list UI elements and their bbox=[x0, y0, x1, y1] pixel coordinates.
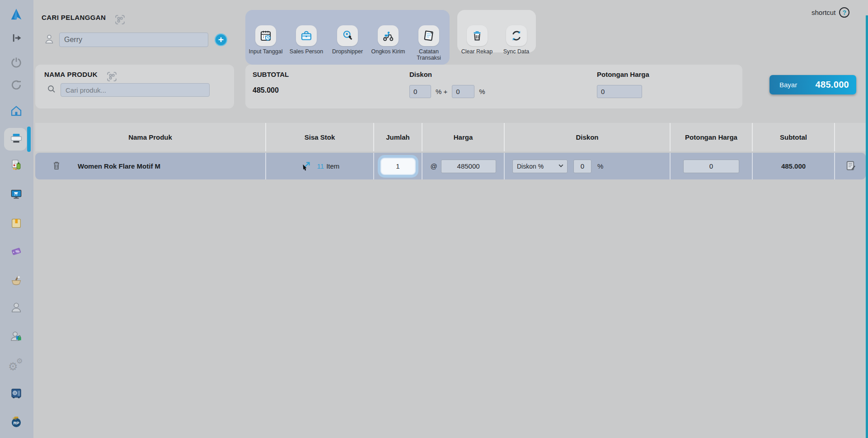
toolbar-group-transaction: Input Tanggal Sales Person Dropshipper O… bbox=[245, 10, 450, 65]
header-sisa-stok: Sisa Stok bbox=[266, 123, 374, 151]
stock-quantity-link[interactable]: 11 bbox=[317, 162, 324, 170]
product-name: Women Rok Flare Motif M bbox=[78, 162, 160, 170]
cell-subtotal: 485.000 bbox=[753, 153, 835, 179]
right-edge-accent bbox=[866, 15, 868, 438]
trash-icon bbox=[467, 25, 488, 46]
price-at-label: @ bbox=[430, 162, 437, 170]
pay-button[interactable]: Bayar 485.000 bbox=[769, 75, 856, 94]
sync-icon bbox=[506, 25, 527, 46]
row-note-icon[interactable] bbox=[845, 160, 857, 173]
delete-row-trash-icon[interactable] bbox=[51, 159, 62, 173]
cash-rp-icon: RPRp bbox=[9, 415, 23, 430]
sidebar-item-suppliers[interactable] bbox=[6, 327, 27, 348]
header-actions bbox=[835, 123, 866, 151]
customer-search-input[interactable] bbox=[59, 33, 208, 47]
briefcase-icon bbox=[296, 25, 317, 46]
sidebar-item-online-store[interactable] bbox=[6, 185, 27, 206]
delivery-scooter-icon bbox=[378, 25, 399, 46]
subtotal-value: 485.000 bbox=[253, 86, 279, 94]
cart-table-row: Women Rok Flare Motif M 11 Item @ Diskon… bbox=[35, 153, 866, 179]
pay-button-amount: 485.000 bbox=[816, 80, 849, 90]
input-tanggal-button[interactable]: Input Tanggal bbox=[245, 25, 286, 55]
scan-icon[interactable] bbox=[114, 14, 126, 28]
discount-suffix-label: % bbox=[479, 88, 485, 95]
cell-nama-produk: Women Rok Flare Motif M bbox=[35, 153, 266, 179]
sidebar-item-settings[interactable]: ⚙⚙ bbox=[6, 355, 27, 376]
cell-sisa-stok: 11 Item bbox=[266, 153, 374, 179]
summary-bar: SUBTOTAL 485.000 Diskon % + % Potongan H… bbox=[245, 65, 742, 108]
row-deduction-input[interactable] bbox=[683, 160, 739, 173]
subtotal-label: SUBTOTAL bbox=[253, 71, 289, 78]
deduction-input[interactable] bbox=[597, 85, 642, 98]
header-nama-produk: Nama Produk bbox=[35, 123, 266, 151]
sidebar-item-discount[interactable]: % bbox=[6, 242, 27, 263]
header-diskon: Diskon bbox=[505, 123, 671, 151]
toolbar-group-data: Clear Rekap Sync Data bbox=[457, 10, 536, 52]
sidebar-item-compound[interactable] bbox=[6, 271, 27, 292]
pay-button-label: Bayar bbox=[779, 81, 797, 89]
refresh-icon bbox=[10, 79, 23, 93]
sidebar-item-vault[interactable] bbox=[6, 384, 27, 405]
search-icon bbox=[46, 84, 57, 96]
sidebar-item-products[interactable] bbox=[6, 155, 27, 176]
add-customer-button[interactable]: + bbox=[215, 33, 227, 46]
stock-unit-label: Item bbox=[326, 162, 339, 170]
price-input[interactable] bbox=[441, 160, 496, 173]
row-discount-input[interactable] bbox=[573, 160, 591, 173]
sidebar-item-logout[interactable] bbox=[6, 28, 27, 49]
header-subtotal: Subtotal bbox=[753, 123, 835, 151]
cart-table-header: Nama Produk Sisa Stok Jumlah Harga Disko… bbox=[35, 123, 866, 151]
row-subtotal-value: 485.000 bbox=[781, 162, 806, 170]
clear-rekap-button[interactable]: Clear Rekap bbox=[457, 25, 497, 55]
dropshipper-button[interactable]: Dropshipper bbox=[327, 25, 368, 55]
mortar-pestle-icon bbox=[9, 273, 23, 289]
ongkos-kirim-button[interactable]: Ongkos Kirim bbox=[368, 25, 408, 55]
sidebar-item-home[interactable] bbox=[6, 101, 27, 122]
product-docs-icon bbox=[9, 158, 23, 174]
cashier-printer-icon bbox=[9, 131, 23, 147]
shortcut-help: shortcut ? bbox=[812, 7, 849, 18]
product-search-input[interactable] bbox=[61, 83, 210, 97]
catatan-transaksi-button[interactable]: Catatan Transaksi bbox=[408, 25, 449, 61]
discount-label: Diskon bbox=[409, 71, 432, 78]
svg-text:RP: RP bbox=[13, 421, 19, 425]
question-mark-icon[interactable]: ? bbox=[839, 7, 849, 18]
scan-icon[interactable] bbox=[106, 71, 118, 85]
calendar-clock-icon bbox=[255, 25, 276, 46]
cell-diskon: Diskon % % bbox=[505, 153, 671, 179]
stock-expand-cursor-icon[interactable] bbox=[300, 159, 313, 173]
logout-icon bbox=[10, 32, 23, 46]
header-potongan-harga: Potongan Harga bbox=[671, 123, 753, 151]
shortcut-label: shortcut bbox=[812, 9, 835, 16]
person-search-icon bbox=[337, 25, 358, 46]
deduction-label: Potongan Harga bbox=[597, 71, 649, 78]
cell-harga: @ bbox=[422, 153, 505, 179]
chevron-down-icon bbox=[558, 163, 564, 170]
customer-section-header: CARI PELANGGAN bbox=[42, 14, 126, 28]
discount-join-label: % + bbox=[436, 88, 447, 95]
quantity-input[interactable] bbox=[380, 158, 416, 175]
sales-person-button[interactable]: Sales Person bbox=[286, 25, 327, 55]
sidebar-item-brand[interactable] bbox=[6, 5, 27, 26]
person-icon bbox=[43, 33, 55, 47]
customer-person-icon bbox=[9, 301, 23, 316]
sidebar-item-cash[interactable]: RPRp bbox=[6, 412, 27, 433]
discount-type-select[interactable]: Diskon % bbox=[512, 160, 568, 173]
transaction-note-icon bbox=[418, 25, 439, 46]
sidebar-item-refresh[interactable] bbox=[6, 75, 27, 96]
sidebar: % ⚙⚙ RPRp bbox=[0, 0, 33, 438]
supplier-person-icon bbox=[9, 330, 23, 345]
discount-percent-1-input[interactable] bbox=[409, 85, 431, 98]
product-section-header: NAMA PRODUK bbox=[44, 71, 118, 85]
cell-actions bbox=[835, 153, 866, 179]
sync-data-button[interactable]: Sync Data bbox=[497, 25, 536, 55]
customer-search-row: + bbox=[43, 33, 227, 47]
discount-percent-2-input[interactable] bbox=[452, 85, 474, 98]
sidebar-item-stock[interactable] bbox=[6, 214, 27, 235]
customer-label: CARI PELANGGAN bbox=[42, 14, 106, 21]
sidebar-item-customers[interactable] bbox=[6, 298, 27, 319]
discount-tag-icon: % bbox=[9, 245, 23, 260]
sidebar-item-cashier[interactable] bbox=[6, 129, 27, 150]
header-jumlah: Jumlah bbox=[374, 123, 422, 151]
sidebar-item-power[interactable] bbox=[6, 53, 27, 74]
